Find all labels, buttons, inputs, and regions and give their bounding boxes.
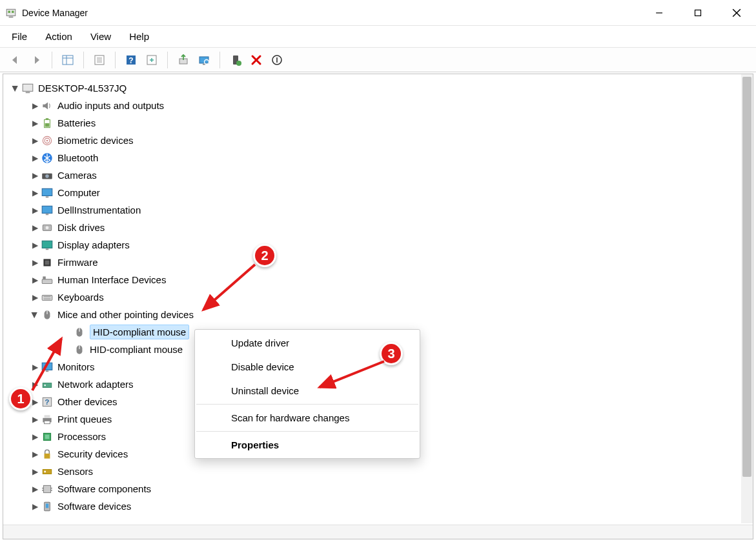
- tree-item-display-adapters[interactable]: ▶Display adapters: [6, 236, 750, 254]
- chevron-right-icon[interactable]: ▶: [29, 450, 41, 459]
- tree-item-bluetooth[interactable]: ▶Bluetooth: [6, 149, 750, 166]
- tree-item-keyboards[interactable]: ▶Keyboards: [6, 288, 750, 306]
- chevron-right-icon[interactable]: ▶: [29, 467, 41, 476]
- svg-rect-64: [45, 415, 50, 417]
- chevron-right-icon[interactable]: ▶: [29, 363, 41, 372]
- menu-view[interactable]: View: [83, 28, 119, 45]
- chevron-right-icon[interactable]: ▶: [29, 241, 41, 250]
- chevron-right-icon[interactable]: ▶: [29, 293, 41, 302]
- chevron-down-icon[interactable]: ▶: [30, 309, 39, 321]
- chevron-down-icon[interactable]: ▶: [11, 83, 20, 94]
- chevron-right-icon[interactable]: ▶: [29, 206, 41, 215]
- update-driver-button[interactable]: [173, 51, 194, 69]
- help-button[interactable]: ?: [121, 51, 141, 69]
- chevron-right-icon[interactable]: ▶: [29, 119, 41, 128]
- tree-item-mice[interactable]: ▶Mice and other pointing devices: [6, 306, 750, 323]
- computer-icon: [21, 82, 34, 95]
- tree-item-batteries[interactable]: ▶Batteries: [6, 114, 750, 132]
- svg-rect-0: [6, 9, 15, 15]
- svg-rect-65: [45, 421, 50, 423]
- svg-rect-74: [51, 487, 52, 488]
- annotation-marker-2: 2: [253, 244, 276, 267]
- chevron-right-icon[interactable]: ▶: [29, 101, 41, 110]
- cpu-icon: [41, 430, 54, 443]
- svg-rect-28: [46, 118, 48, 119]
- hid-icon: [41, 274, 54, 286]
- chevron-right-icon[interactable]: ▶: [29, 223, 41, 232]
- svg-rect-26: [26, 92, 30, 93]
- monitor-icon: [41, 186, 54, 199]
- menu-help[interactable]: Help: [121, 28, 157, 45]
- speaker-icon: [41, 99, 54, 112]
- scan-hardware-button[interactable]: [194, 51, 214, 69]
- tree-item-disk-drives[interactable]: ▶Disk drives: [6, 219, 750, 236]
- chevron-right-icon[interactable]: ▶: [29, 171, 41, 180]
- close-button[interactable]: [717, 0, 756, 25]
- chevron-right-icon[interactable]: ▶: [29, 188, 41, 197]
- svg-rect-1: [9, 16, 14, 17]
- tree-item-software-devices[interactable]: ▶Software devices: [6, 497, 750, 515]
- chevron-right-icon[interactable]: ▶: [29, 415, 41, 424]
- svg-rect-8: [63, 55, 73, 65]
- tree-item-sensors[interactable]: ▶Sensors: [6, 463, 750, 480]
- uninstall-device-button[interactable]: [246, 51, 267, 69]
- chevron-right-icon[interactable]: ▶: [29, 380, 41, 389]
- scrollbar-thumb[interactable]: [742, 77, 751, 477]
- disable-device-button[interactable]: [267, 51, 287, 69]
- svg-text:?: ?: [128, 56, 133, 65]
- chevron-right-icon[interactable]: ▶: [29, 485, 41, 494]
- svg-rect-29: [45, 123, 50, 127]
- keyboard-icon: [41, 291, 54, 304]
- menu-action[interactable]: Action: [37, 28, 80, 45]
- action-button[interactable]: [141, 51, 162, 69]
- minimize-button[interactable]: [640, 0, 679, 25]
- show-hide-tree-button[interactable]: [57, 51, 78, 69]
- ctx-properties[interactable]: Properties: [195, 433, 420, 457]
- svg-text:?: ?: [45, 398, 50, 406]
- tree-root[interactable]: ▶ DESKTOP-4L537JQ: [6, 79, 750, 97]
- maximize-button[interactable]: [679, 0, 717, 25]
- svg-rect-39: [46, 214, 48, 215]
- svg-rect-77: [46, 503, 48, 508]
- lock-icon: [41, 448, 54, 461]
- chevron-right-icon[interactable]: ▶: [29, 502, 41, 511]
- mouse-icon: [41, 308, 54, 321]
- svg-rect-60: [45, 385, 46, 386]
- enable-device-button[interactable]: [225, 51, 246, 69]
- svg-point-23: [236, 61, 241, 66]
- tree-item-hid[interactable]: ▶Human Interface Devices: [6, 271, 750, 288]
- tree-item-software-components[interactable]: ▶Software components: [6, 480, 750, 497]
- tree-item-firmware[interactable]: ▶Firmware: [6, 254, 750, 271]
- device-tree[interactable]: ▶ DESKTOP-4L537JQ ▶Audio inputs and outp…: [3, 74, 753, 539]
- chevron-right-icon[interactable]: ▶: [29, 432, 41, 441]
- ctx-scan-hardware[interactable]: Scan for hardware changes: [195, 406, 420, 430]
- tree-item-cameras[interactable]: ▶Cameras: [6, 166, 750, 184]
- svg-rect-72: [42, 487, 43, 488]
- ctx-uninstall-device[interactable]: Uninstall device: [195, 379, 420, 403]
- svg-rect-42: [42, 241, 52, 248]
- tree-item-biometric[interactable]: ▶Biometric devices: [6, 132, 750, 149]
- scrollbar[interactable]: [741, 74, 753, 523]
- tree-item-dellinstrumentation[interactable]: ▶DellInstrumentation: [6, 201, 750, 219]
- chevron-right-icon[interactable]: ▶: [29, 258, 41, 267]
- monitor-icon: [41, 204, 54, 217]
- window-title: Device Manager: [22, 8, 88, 18]
- svg-point-32: [46, 139, 48, 141]
- back-button[interactable]: [5, 51, 26, 69]
- forward-button[interactable]: [26, 51, 46, 69]
- svg-rect-67: [45, 434, 50, 439]
- svg-rect-36: [42, 188, 52, 196]
- svg-rect-2: [8, 10, 10, 12]
- menu-file[interactable]: File: [4, 28, 35, 45]
- tree-item-computer[interactable]: ▶Computer: [6, 184, 750, 201]
- tree-item-audio[interactable]: ▶Audio inputs and outputs: [6, 97, 750, 114]
- chevron-right-icon[interactable]: ▶: [29, 276, 41, 285]
- tree-root-label: DESKTOP-4L537JQ: [38, 83, 127, 94]
- chevron-right-icon[interactable]: ▶: [29, 154, 41, 163]
- bluetooth-icon: [41, 152, 54, 165]
- chevron-right-icon[interactable]: ▶: [29, 136, 41, 145]
- properties-button[interactable]: [89, 51, 110, 69]
- svg-rect-48: [42, 295, 52, 300]
- fingerprint-icon: [41, 134, 54, 147]
- app-icon: [5, 7, 17, 19]
